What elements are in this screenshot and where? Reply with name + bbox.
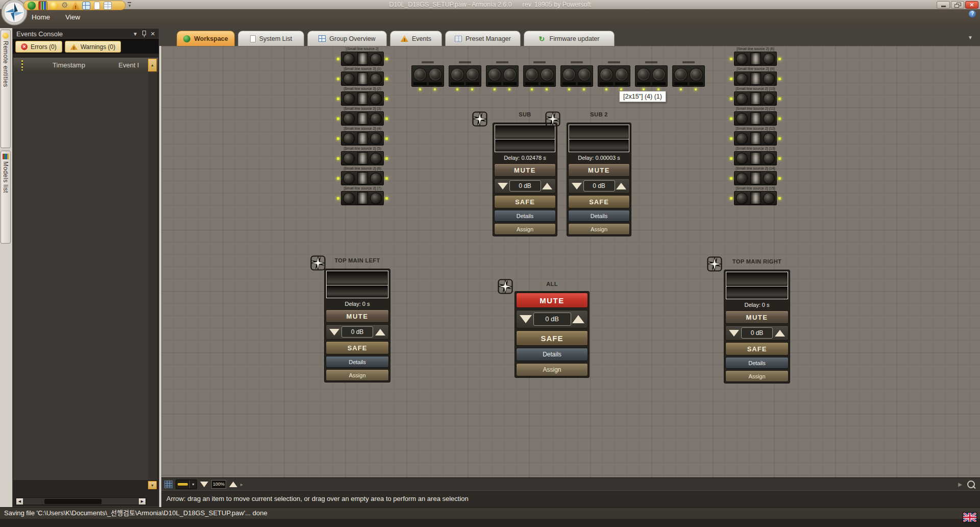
mute-button[interactable]: MUTE — [494, 163, 556, 177]
assign-button[interactable]: Assign — [516, 363, 588, 376]
details-button[interactable]: Details — [725, 357, 789, 369]
safe-button[interactable]: SAFE — [725, 342, 789, 355]
speaker-cabinet[interactable]: [Small line source 2] (12) — [734, 127, 777, 146]
group-compass-icon[interactable] — [472, 111, 487, 127]
gain-value[interactable]: 0 dB — [509, 180, 541, 191]
scroll-right-button[interactable]: ▶ — [139, 498, 145, 505]
gear-icon[interactable] — [61, 2, 69, 10]
speaker-cabinet[interactable]: [Small line source 2] — [341, 47, 384, 66]
zoom-in-button[interactable] — [229, 482, 237, 487]
group-compass-icon[interactable] — [310, 255, 326, 271]
gain-up-button[interactable] — [572, 315, 584, 323]
subwoofer-cabinet[interactable] — [523, 61, 556, 87]
chevron-down-icon[interactable]: ▼ — [189, 481, 197, 488]
gain-up-button[interactable] — [775, 330, 785, 337]
titlebar[interactable]: D10L_D18GS_SETUP.paw - Armonía 2.6.0 rev… — [0, 0, 980, 10]
speaker-cabinet[interactable]: [Small line source 2] (13) — [734, 147, 777, 165]
assign-button[interactable]: Assign — [326, 369, 389, 381]
speaker-cabinet[interactable]: [Small line source 2] (11) — [734, 107, 777, 126]
errors-button[interactable]: ✕ Errors (0) — [15, 41, 62, 53]
menu-home[interactable]: Home — [32, 13, 50, 21]
gain-up-button[interactable] — [616, 183, 626, 189]
zoom-out-button[interactable] — [200, 482, 208, 487]
safe-button[interactable]: SAFE — [494, 195, 556, 208]
pin-icon[interactable] — [142, 31, 146, 37]
subwoofer-cabinet[interactable] — [635, 61, 668, 87]
layout-icon[interactable] — [82, 2, 90, 10]
mute-button[interactable]: MUTE — [326, 309, 389, 323]
gain-down-button[interactable] — [572, 183, 582, 189]
speaker-cabinet[interactable]: [Small line source 2] (15) — [734, 186, 777, 205]
magnifier-icon[interactable] — [967, 481, 975, 488]
subwoofer-cabinet[interactable] — [486, 61, 519, 87]
document-icon[interactable] — [94, 2, 100, 10]
tab-firmware-updater[interactable]: Firmware updater — [524, 31, 615, 46]
gain-down-button[interactable] — [520, 315, 532, 323]
sidebar-tab-remote-entities[interactable]: Remote entities — [1, 30, 11, 148]
chevron-down-icon[interactable]: ▼ — [133, 31, 138, 37]
close-button[interactable]: ✕ — [965, 1, 978, 9]
subwoofer-cabinet[interactable] — [411, 61, 444, 87]
group-panel-sub2[interactable]: SUB 2 Delay: 0.00003 s MUTE 0 dB SAFE De… — [567, 111, 631, 236]
horizontal-scrollbar[interactable]: ◀ ▶ — [15, 497, 146, 505]
gain-up-button[interactable] — [542, 183, 552, 189]
details-button[interactable]: Details — [568, 210, 630, 222]
tab-system-list[interactable]: System List — [238, 31, 304, 46]
gain-value[interactable]: 0 dB — [741, 327, 773, 339]
subwoofer-cabinet[interactable] — [449, 61, 481, 87]
subwoofer-cabinet[interactable] — [598, 61, 630, 87]
zoom-level[interactable]: 100% — [211, 480, 226, 489]
speaker-cabinet[interactable]: [Small line source 2] (5) — [341, 147, 384, 165]
warnings-button[interactable]: Warnings (0) — [65, 41, 121, 53]
group-panel-all[interactable]: ALL MUTE 0 dB SAFE Details Assign — [514, 281, 590, 378]
group-panel-top-main-left[interactable]: TOP MAIN LEFT Delay: 0 s MUTE 0 dB SAFE … — [324, 257, 390, 382]
warning-icon[interactable] — [71, 2, 80, 10]
scrollbar-thumb[interactable] — [44, 499, 102, 504]
help-icon[interactable]: ? — [969, 10, 976, 17]
sidebar-tab-models-list[interactable]: Models list — [1, 151, 11, 244]
gain-down-button[interactable] — [329, 329, 339, 336]
tab-events[interactable]: Events — [390, 31, 442, 46]
minimize-button[interactable] — [937, 1, 950, 9]
workspace-canvas[interactable]: [2x15"] (4) (1) SUB Delay: 0.02478 s MUT… — [161, 46, 980, 477]
vertical-scrollbar[interactable] — [148, 73, 157, 480]
menu-view[interactable]: View — [65, 13, 80, 21]
speaker-cabinet[interactable]: [Small line source 2] (7) — [341, 186, 384, 205]
group-compass-icon[interactable] — [707, 256, 722, 272]
lightbulb-icon[interactable] — [50, 2, 58, 10]
subwoofer-cabinet[interactable] — [672, 61, 705, 87]
group-panel-top-main-right[interactable]: TOP MAIN RIGHT Delay: 0 s MUTE 0 dB SAFE… — [724, 258, 790, 384]
speaker-cabinet[interactable]: [Small line source 2] (8) — [734, 47, 777, 66]
grid-toggle-icon[interactable] — [164, 481, 173, 488]
speaker-cabinet[interactable]: [Small line source 2] (14) — [734, 166, 777, 185]
grid-icon[interactable] — [104, 2, 112, 10]
gain-up-button[interactable] — [375, 329, 385, 336]
speaker-cabinet[interactable]: [Small line source 2] (4) — [341, 127, 384, 146]
speaker-cabinet[interactable]: [Small line source 2] (6) — [341, 166, 384, 185]
scroll-down-button[interactable]: ▼ — [148, 481, 157, 489]
details-button[interactable]: Details — [516, 348, 588, 361]
scroll-up-button[interactable]: ▲ — [148, 59, 157, 71]
assign-button[interactable]: Assign — [494, 223, 556, 235]
mute-button-active[interactable]: MUTE — [516, 293, 588, 308]
details-button[interactable]: Details — [494, 210, 556, 222]
scroll-left-button[interactable]: ◀ — [16, 498, 23, 505]
safe-button[interactable]: SAFE — [516, 330, 588, 346]
gain-down-button[interactable] — [729, 330, 739, 337]
tabbar-overflow-icon[interactable]: ▼ — [968, 35, 973, 40]
group-compass-icon[interactable] — [545, 111, 560, 127]
tab-workspace[interactable]: Workspace — [177, 31, 235, 46]
mute-button[interactable]: MUTE — [725, 310, 789, 324]
group-panel-sub[interactable]: SUB Delay: 0.02478 s MUTE 0 dB SAFE Deta… — [493, 111, 557, 236]
speaker-cabinet[interactable]: [Small line source 2] (9) — [734, 67, 777, 86]
close-icon[interactable]: ✕ — [151, 31, 155, 37]
subwoofer-cabinet[interactable] — [560, 61, 593, 87]
speaker-cabinet[interactable]: [Small line source 2] (2) — [341, 87, 384, 106]
restore-button[interactable] — [951, 1, 964, 9]
speaker-cabinet[interactable]: [Small line source 2] (10) — [734, 87, 777, 106]
toolbar-overflow-icon[interactable]: ▼ — [128, 2, 132, 8]
gain-value[interactable]: 0 dB — [583, 180, 615, 191]
column-header-timestamp[interactable]: Timestamp — [31, 61, 107, 69]
library-icon[interactable] — [38, 1, 47, 10]
union-jack-flag-icon[interactable] — [963, 513, 976, 522]
